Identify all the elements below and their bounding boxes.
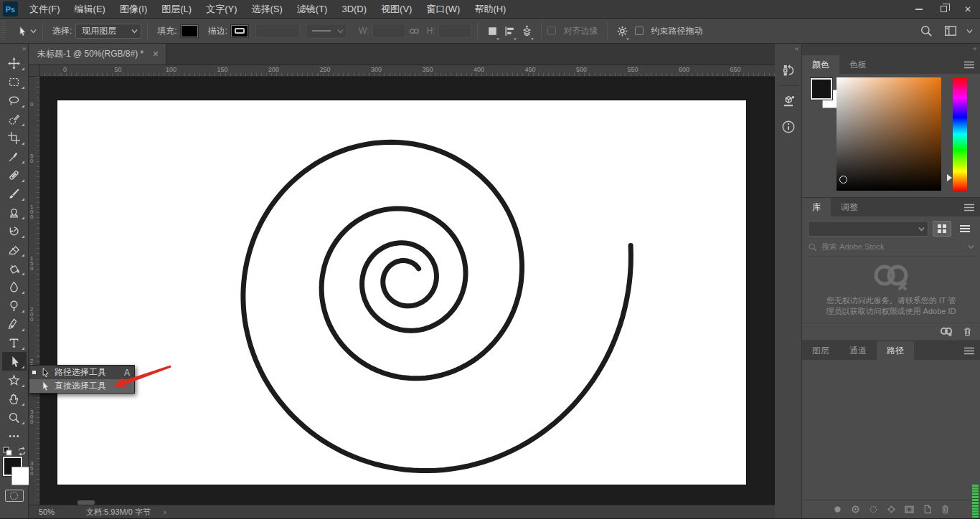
paths-tab-图层[interactable]: 图层 [802, 341, 839, 360]
gear-button[interactable] [613, 22, 631, 39]
menu-item-7[interactable]: 3D(D) [334, 0, 374, 19]
menu-item-5[interactable]: 选择(S) [244, 0, 289, 19]
select-mode-dropdown[interactable]: 现用图层 [75, 24, 141, 39]
minimize-button[interactable] [907, 0, 931, 19]
menu-item-0[interactable]: 文件(F) [22, 0, 67, 19]
load-path-as-selection-button[interactable] [868, 504, 879, 515]
path-arrangement-button[interactable] [518, 22, 535, 39]
info-panel-icon[interactable] [778, 116, 799, 138]
zoom-tool[interactable] [2, 408, 27, 427]
fill-path-button[interactable] [832, 504, 843, 515]
restore-button[interactable] [931, 0, 956, 19]
path-selection-tool[interactable] [2, 352, 27, 371]
color-tab-色板[interactable]: 色板 [839, 55, 877, 74]
tab-close-icon[interactable]: ✕ [152, 49, 159, 59]
constrain-path-checkbox[interactable] [635, 27, 644, 35]
sync-error-icon[interactable] [939, 326, 953, 337]
library-tab-库[interactable]: 库 [802, 198, 831, 216]
eraser-tool[interactable] [2, 240, 27, 259]
list-view-button[interactable] [956, 221, 974, 237]
ruler-v-label-100: 1 0 0 [30, 204, 33, 219]
move-tool[interactable] [2, 54, 27, 72]
chevron-down-icon[interactable] [966, 29, 973, 34]
library-select-dropdown[interactable] [808, 221, 928, 237]
search-icon[interactable] [918, 22, 935, 39]
menu-item-4[interactable]: 文字(Y) [199, 0, 244, 19]
menu-item-9[interactable]: 窗口(W) [419, 0, 467, 19]
menu-item-2[interactable]: 图像(I) [113, 0, 154, 19]
new-path-button[interactable] [922, 504, 933, 515]
path-alignment-button[interactable] [501, 22, 518, 39]
tool-preset-icon[interactable] [13, 22, 30, 39]
delete-path-button[interactable] [940, 504, 951, 515]
tool-preset-chevron-icon[interactable] [30, 29, 37, 34]
ruler-corner[interactable] [29, 65, 40, 77]
options-bar-grip[interactable] [1, 22, 6, 40]
workspace-switcher-icon[interactable] [942, 22, 959, 39]
color-picker-circle[interactable] [839, 176, 847, 184]
horizontal-ruler[interactable]: 050100150200250300350400450500550600650 [40, 65, 775, 77]
healing-brush-tool[interactable] [2, 166, 27, 184]
vertical-ruler[interactable]: 05 01 0 01 5 02 0 02 5 03 0 03 5 0 [29, 77, 40, 505]
document-canvas[interactable] [57, 100, 746, 485]
quick-selection-tool[interactable] [2, 110, 27, 128]
saturation-brightness-field[interactable] [837, 77, 941, 191]
dock-collapse-right-icon[interactable]: » [802, 44, 980, 55]
path-operations-button[interactable] [484, 22, 501, 39]
document-tab[interactable]: 未标题-1 @ 50%(RGB/8#) * ✕ [29, 43, 166, 65]
brush-tool[interactable] [2, 184, 27, 203]
eyedropper-tool[interactable] [2, 147, 27, 166]
menu-item-3[interactable]: 图层(L) [154, 0, 199, 19]
pen-tool[interactable] [2, 315, 27, 333]
hue-slider-arrow[interactable] [947, 174, 952, 181]
fill-swatch[interactable] [181, 25, 198, 37]
panel-menu-icon[interactable] [964, 341, 980, 360]
history-panel-icon[interactable] [778, 59, 799, 81]
menu-item-6[interactable]: 滤镜(T) [290, 0, 335, 19]
swap-colors-icon[interactable] [17, 447, 27, 456]
paths-tab-路径[interactable]: 路径 [877, 341, 914, 360]
trash-icon[interactable] [962, 326, 973, 337]
stroke-path-button[interactable] [850, 504, 861, 515]
status-chevron-icon[interactable]: › [164, 508, 166, 516]
panel-menu-icon[interactable] [964, 55, 980, 74]
paths-panel-body[interactable] [802, 360, 980, 500]
hue-slider[interactable] [953, 77, 967, 191]
type-tool[interactable] [2, 333, 27, 352]
default-colors-icon[interactable] [3, 447, 12, 456]
stroke-swatch[interactable] [231, 25, 248, 37]
history-brush-tool[interactable] [2, 222, 27, 240]
background-color-swatch[interactable] [11, 467, 30, 485]
zoom-level[interactable]: 50% [39, 508, 55, 516]
blur-tool[interactable] [2, 277, 27, 296]
custom-shape-tool[interactable] [2, 371, 27, 389]
panel-foreground-swatch[interactable] [811, 78, 832, 100]
clone-stamp-tool[interactable] [2, 203, 27, 222]
make-work-path-button[interactable] [886, 504, 897, 515]
panel-menu-icon[interactable] [964, 198, 980, 216]
edit-toolbar-ellipsis[interactable] [2, 427, 27, 445]
hand-tool[interactable] [2, 389, 27, 408]
color-tab-颜色[interactable]: 颜色 [802, 55, 839, 74]
library-tab-调整[interactable]: 调整 [831, 198, 868, 216]
dodge-tool[interactable] [2, 296, 27, 315]
close-button[interactable]: ✕ [956, 0, 980, 19]
horizontal-scrollbar-thumb[interactable] [77, 500, 95, 505]
paint-bucket-tool[interactable] [2, 259, 27, 277]
lasso-tool[interactable] [2, 91, 27, 110]
grid-view-button[interactable] [933, 221, 951, 237]
constrain-path-checkbox-row[interactable]: 约束路径拖动 [635, 25, 706, 37]
toolbar-collapse-icon[interactable]: » [0, 44, 28, 54]
menu-item-10[interactable]: 帮助(H) [467, 0, 513, 19]
pasteboard[interactable] [40, 77, 775, 505]
library-search-field[interactable]: 搜索 Adobe Stock [808, 242, 974, 257]
add-mask-button[interactable] [904, 504, 915, 515]
3d-panel-icon[interactable] [778, 90, 799, 112]
crop-tool[interactable] [2, 128, 27, 147]
paths-tab-通道[interactable]: 通道 [839, 341, 877, 360]
menu-item-1[interactable]: 编辑(E) [67, 0, 113, 19]
menu-item-8[interactable]: 视图(V) [374, 0, 419, 19]
dock-collapse-left-icon[interactable]: « [775, 44, 801, 55]
marquee-tool[interactable] [2, 72, 27, 91]
quick-mask-button[interactable] [5, 490, 24, 502]
